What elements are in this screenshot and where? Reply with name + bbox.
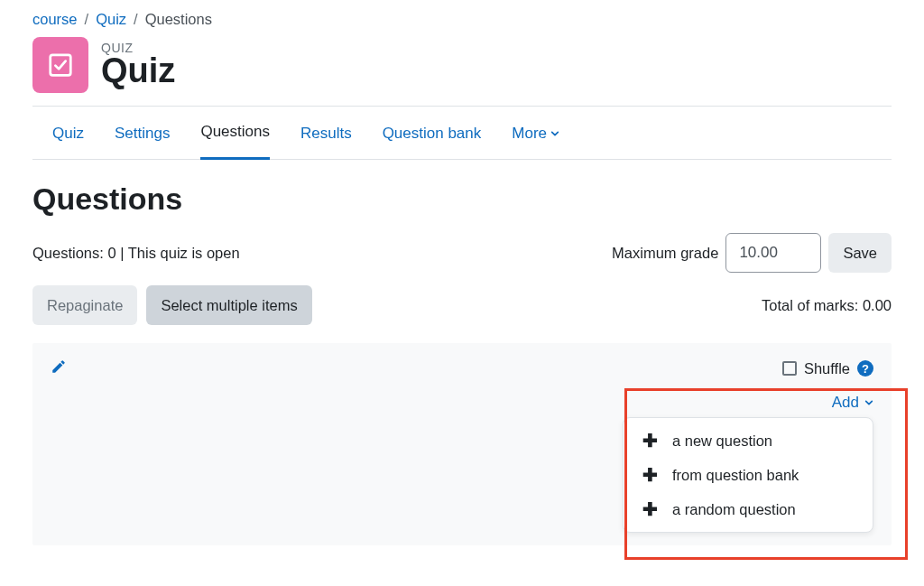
tab-results[interactable]: Results xyxy=(300,123,352,160)
shuffle-checkbox[interactable] xyxy=(782,361,797,376)
breadcrumb-link-quiz[interactable]: Quiz xyxy=(96,11,126,28)
question-section: Shuffle ? Add ✚ a new question ✚ from qu… xyxy=(32,343,892,545)
add-toggle-label: Add xyxy=(832,394,859,412)
help-icon[interactable]: ? xyxy=(857,360,873,377)
page-heading: Questions xyxy=(32,181,892,217)
tab-settings[interactable]: Settings xyxy=(115,123,170,160)
plus-icon: ✚ xyxy=(642,500,658,518)
save-button[interactable]: Save xyxy=(828,233,892,273)
menu-item-new-question[interactable]: ✚ a new question xyxy=(624,423,873,458)
tab-bar: Quiz Settings Questions Results Question… xyxy=(32,107,892,160)
tab-questions[interactable]: Questions xyxy=(200,123,270,160)
breadcrumb-separator: / xyxy=(85,11,89,28)
chevron-down-icon xyxy=(864,398,873,407)
activity-header: QUIZ Quiz xyxy=(32,37,892,106)
quiz-activity-icon xyxy=(32,37,88,93)
add-question-toggle[interactable]: Add xyxy=(832,394,873,412)
quiz-status-text: Questions: 0 | This quiz is open xyxy=(32,245,240,262)
menu-item-label: a random question xyxy=(672,501,796,518)
menu-item-label: a new question xyxy=(672,433,772,450)
svg-rect-0 xyxy=(51,55,71,76)
breadcrumb-separator: / xyxy=(134,11,138,28)
max-grade-label: Maximum grade xyxy=(612,245,718,262)
tab-question-bank[interactable]: Question bank xyxy=(383,123,482,160)
menu-item-from-bank[interactable]: ✚ from question bank xyxy=(624,458,873,492)
menu-item-random-question[interactable]: ✚ a random question xyxy=(624,492,873,526)
shuffle-label: Shuffle xyxy=(804,360,850,377)
chevron-down-icon xyxy=(550,129,559,138)
breadcrumb: course / Quiz / Questions xyxy=(32,9,892,37)
tab-quiz[interactable]: Quiz xyxy=(52,123,84,160)
tab-more[interactable]: More xyxy=(512,123,559,160)
repaginate-button[interactable]: Repaginate xyxy=(32,285,137,325)
plus-icon: ✚ xyxy=(642,466,658,484)
menu-item-label: from question bank xyxy=(672,467,799,484)
activity-title: Quiz xyxy=(101,53,175,89)
tab-more-label: More xyxy=(512,125,547,143)
plus-icon: ✚ xyxy=(642,432,658,450)
select-multiple-button[interactable]: Select multiple items xyxy=(146,285,311,325)
breadcrumb-link-course[interactable]: course xyxy=(32,11,78,28)
breadcrumb-current: Questions xyxy=(145,11,212,28)
total-marks-label: Total of marks: 0.00 xyxy=(762,297,892,314)
pencil-icon[interactable] xyxy=(51,358,67,378)
add-question-menu: ✚ a new question ✚ from question bank ✚ … xyxy=(623,417,873,533)
max-grade-input[interactable] xyxy=(725,233,821,273)
